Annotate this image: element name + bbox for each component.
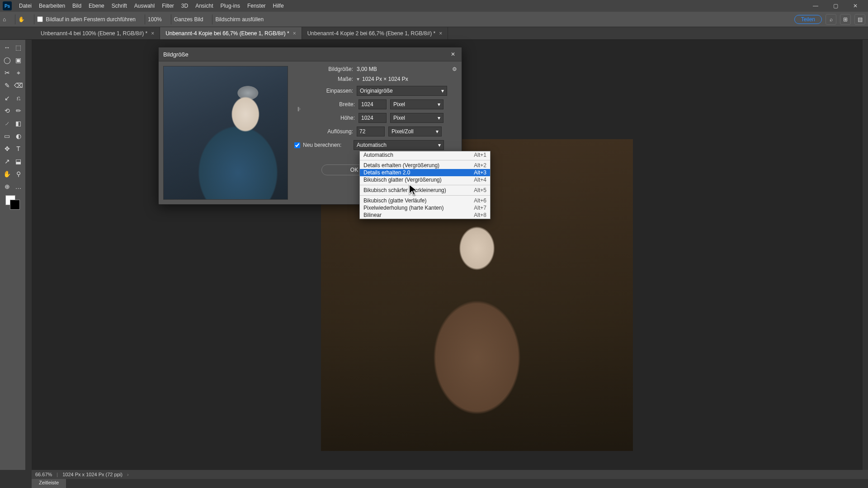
menu-auswahl[interactable]: Auswahl (131, 3, 158, 9)
width-unit-select[interactable]: Pixel ▾ (390, 99, 443, 109)
link-icon[interactable]: 𝄆 (296, 106, 302, 113)
tool-18[interactable]: ↗ (2, 155, 12, 167)
tool-13[interactable]: ◧ (13, 117, 24, 129)
window-minimize-icon[interactable]: — (806, 3, 826, 9)
dropdown-item[interactable]: Details erhalten (Vergrößerung)Alt+2 (360, 162, 490, 169)
dropdown-item[interactable]: Pixelwiederholung (harte Kanten)Alt+7 (360, 204, 490, 211)
resample-checkbox[interactable] (294, 142, 300, 148)
dialog-preview-image (163, 66, 288, 200)
fit-whole-image-button[interactable]: Ganzes Bild (174, 16, 203, 23)
dimensions-value: 1024 Px × 1024 Px (362, 76, 408, 82)
color-swatches[interactable] (2, 193, 24, 211)
status-zoom[interactable]: 66.67% (35, 472, 52, 477)
tool-20[interactable]: ✋ (2, 168, 12, 180)
close-tab-icon[interactable]: × (293, 30, 296, 37)
tool-6[interactable]: ✎ (2, 80, 12, 91)
tool-14[interactable]: ▭ (2, 130, 12, 142)
resolution-unit-select[interactable]: Pixel/Zoll ▾ (388, 127, 442, 136)
tool-5[interactable]: ⌖ (13, 67, 24, 79)
tool-12[interactable]: ⟋ (2, 117, 12, 129)
tool-7[interactable]: ⌫ (13, 80, 24, 91)
close-icon[interactable]: ✕ (449, 50, 457, 58)
status-doc-dimensions: 1024 Px x 1024 Px (72 ppi) (62, 472, 123, 477)
menu-plug-ins[interactable]: Plug-ins (217, 3, 244, 9)
fill-screen-button[interactable]: Bildschirm ausfüllen (215, 16, 264, 23)
tool-19[interactable]: ⬓ (13, 155, 24, 167)
dropdown-item[interactable]: AutomatischAlt+1 (360, 151, 490, 159)
dropdown-item[interactable]: Details erhalten 2.0Alt+3 (360, 169, 490, 176)
workspace-icon[interactable]: ⊞ (840, 14, 851, 25)
resample-label: Neu berechnen: (303, 142, 354, 148)
dropdown-item-label: Details erhalten 2.0 (363, 169, 474, 176)
dropdown-item-shortcut: Alt+2 (474, 162, 486, 169)
window-maximize-icon[interactable]: ▢ (826, 3, 845, 9)
tool-8[interactable]: ↙ (2, 92, 12, 104)
fit-to-label: Einpassen: (294, 88, 357, 94)
tab-label: Unbenannt-4 Kopie bei 66,7% (Ebene 1, RG… (165, 30, 289, 37)
dropdown-item[interactable]: Bikubisch glatter (Vergrößerung)Alt+4 (360, 176, 490, 183)
tool-22[interactable]: ⊕ (2, 181, 12, 192)
menu-fenster[interactable]: Fenster (244, 3, 269, 9)
height-input[interactable] (359, 113, 387, 123)
chevron-right-icon[interactable]: › (127, 472, 129, 477)
scroll-all-windows-checkbox[interactable]: Bildlauf in allen Fenstern durchführen (37, 16, 136, 23)
fit-to-select[interactable]: Originalgröße ▾ (357, 86, 447, 96)
chevron-down-icon[interactable]: ▾ (357, 76, 359, 82)
search-icon[interactable]: ⌕ (826, 14, 836, 25)
window-close-icon[interactable]: ✕ (845, 3, 865, 9)
dropdown-item-shortcut: Alt+1 (474, 152, 486, 158)
resolution-input[interactable] (357, 127, 385, 136)
menu-bar: Ps DateiBearbeitenBildEbeneSchriftAuswah… (0, 0, 868, 12)
tool-16[interactable]: ✥ (2, 143, 12, 155)
tool-0[interactable]: ↔ (2, 42, 12, 53)
filesize-value: 3,00 MB (357, 66, 377, 72)
dropdown-item-shortcut: Alt+6 (474, 197, 486, 204)
panel-toggle-icon[interactable]: ▤ (854, 14, 865, 25)
background-color[interactable] (10, 200, 20, 210)
tool-3[interactable]: ▣ (13, 54, 24, 66)
tool-2[interactable]: ◯ (2, 54, 12, 66)
menu-filter[interactable]: Filter (158, 3, 178, 9)
dropdown-item-label: Bikubisch glatter (Vergrößerung) (363, 177, 474, 183)
document-tab[interactable]: Unbenannt-4 Kopie 2 bei 66,7% (Ebene 1, … (302, 27, 448, 39)
dropdown-item-shortcut: Alt+8 (474, 212, 486, 218)
tool-10[interactable]: ⟲ (2, 105, 12, 117)
dropdown-item-label: Bikubisch schärfer (Verkleinerung) (363, 187, 474, 193)
dropdown-item-label: Automatisch (363, 152, 474, 158)
menu-bild[interactable]: Bild (69, 3, 85, 9)
tool-15[interactable]: ◐ (13, 130, 24, 142)
tool-23[interactable]: … (13, 181, 24, 192)
document-tab[interactable]: Unbenannt-4 bei 100% (Ebene 1, RGB/8#) *… (35, 27, 160, 39)
zoom-level-select[interactable]: 100% (148, 16, 162, 23)
timeline-panel-tab[interactable]: Zeitleiste (32, 479, 66, 488)
home-icon[interactable]: ⌂ (3, 16, 6, 23)
menu-ebene[interactable]: Ebene (85, 3, 108, 9)
tool-17[interactable]: T (13, 143, 24, 155)
menu-schrift[interactable]: Schrift (108, 3, 131, 9)
dropdown-item[interactable]: BilinearAlt+8 (360, 211, 490, 219)
height-unit-select[interactable]: Pixel ▾ (390, 113, 443, 123)
document-tab[interactable]: Unbenannt-4 Kopie bei 66,7% (Ebene 1, RG… (160, 27, 302, 39)
hand-tool-icon[interactable]: ✋ (18, 16, 25, 23)
width-input[interactable] (359, 99, 387, 109)
resample-method-dropdown: AutomatischAlt+1Details erhalten (Vergrö… (359, 151, 491, 219)
tool-21[interactable]: ⚲ (13, 168, 24, 180)
dropdown-item[interactable]: Bikubisch (glatte Verläufe)Alt+6 (360, 197, 490, 204)
menu-bearbeiten[interactable]: Bearbeiten (35, 3, 69, 9)
menu-ansicht[interactable]: Ansicht (192, 3, 217, 9)
menu-datei[interactable]: Datei (15, 3, 35, 9)
tool-9[interactable]: ⎌ (13, 92, 24, 104)
share-button[interactable]: Teilen (794, 15, 822, 24)
menu-3d[interactable]: 3D (178, 3, 192, 9)
gear-icon[interactable]: ⚙ (452, 66, 457, 72)
tool-4[interactable]: ✂ (2, 67, 12, 79)
resolution-label: Auflösung: (294, 128, 357, 135)
tool-1[interactable]: ⬚ (13, 42, 24, 53)
menu-hilfe[interactable]: Hilfe (269, 3, 288, 9)
close-tab-icon[interactable]: × (439, 30, 442, 37)
close-tab-icon[interactable]: × (151, 30, 154, 37)
resample-method-select[interactable]: Automatisch ▾ (354, 140, 444, 150)
dropdown-item[interactable]: Bikubisch schärfer (Verkleinerung)Alt+5 (360, 187, 490, 194)
status-bar: 66.67% | 1024 Px x 1024 Px (72 ppi) › (32, 470, 868, 479)
tool-11[interactable]: ✏ (13, 105, 24, 117)
